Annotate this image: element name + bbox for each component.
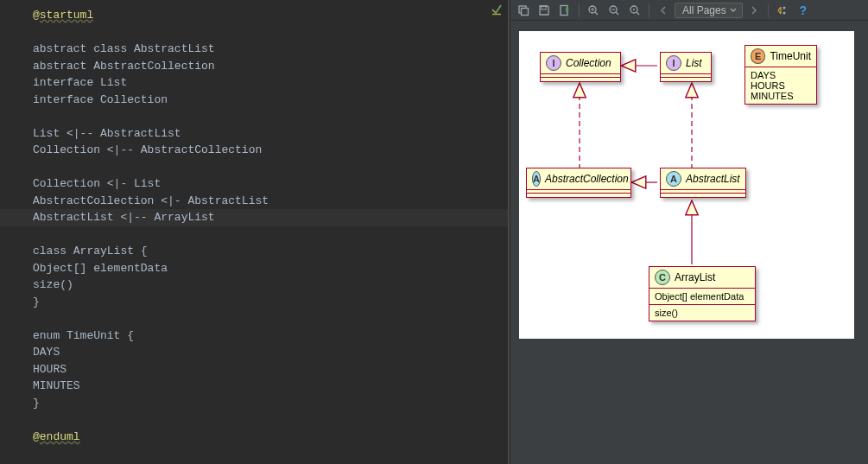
code-line: Collection <|-- AbstractCollection (33, 142, 482, 159)
code-line (33, 108, 482, 125)
prev-page-icon[interactable] (654, 1, 673, 20)
svg-point-16 (782, 11, 785, 14)
interface-stereotype-icon: I (546, 55, 561, 71)
code-line: @enduml (33, 429, 482, 446)
code-line: } (33, 294, 482, 311)
code-editor[interactable]: @startuml abstract class AbstractList ab… (0, 0, 508, 464)
preview-toolbar: All Pages ? (510, 0, 868, 21)
code-line: } (33, 395, 482, 412)
svg-line-6 (595, 12, 598, 15)
code-line: enum TimeUnit { (33, 327, 482, 345)
code-line: interface Collection (33, 92, 482, 109)
svg-point-15 (782, 6, 785, 9)
chevron-down-icon (730, 8, 737, 13)
copy-icon[interactable] (514, 1, 533, 20)
interface-stereotype-icon: I (666, 55, 681, 71)
svg-line-10 (616, 12, 618, 15)
code-line: Collection <|- List (33, 175, 482, 193)
page-selector[interactable]: All Pages (675, 3, 743, 18)
settings-icon[interactable] (773, 1, 792, 20)
code-line: class ArrayList { (33, 243, 482, 260)
enum-stereotype-icon: E (751, 48, 765, 64)
uml-enum-timeunit: ETimeUnit DAYS HOURS MINUTES (744, 45, 817, 105)
code-line (33, 411, 482, 429)
code-line: interface List (33, 74, 482, 92)
code-line: AbstractList <|-- ArrayList (33, 209, 482, 226)
zoom-reset-icon[interactable] (625, 1, 644, 20)
uml-class-collection: ICollection (540, 52, 621, 82)
code-line: abstract AbstractCollection (33, 58, 482, 75)
code-line (33, 310, 482, 327)
zoom-out-icon[interactable] (605, 1, 624, 20)
class-stereotype-icon: C (655, 270, 670, 285)
export-icon[interactable] (555, 1, 574, 20)
svg-rect-2 (522, 8, 529, 15)
next-page-icon[interactable] (744, 1, 763, 20)
page-label: All Pages (682, 4, 726, 16)
code-line: @startuml (33, 7, 482, 24)
svg-line-13 (637, 12, 639, 15)
code-line: size() (33, 276, 482, 294)
code-line: DAYS (33, 344, 482, 361)
diagram-viewport[interactable]: ICollection IList ETimeUnit DAYS HOURS M… (510, 21, 868, 464)
uml-class-arraylist: CArrayList Object[] elementData size() (649, 266, 756, 321)
abstract-stereotype-icon: A (666, 171, 681, 187)
code-line: Object[] elementData (33, 260, 482, 277)
code-line: HOURS (33, 361, 482, 378)
save-icon[interactable] (535, 1, 554, 20)
help-icon[interactable]: ? (794, 1, 813, 20)
preview-pane: All Pages ? (510, 0, 868, 464)
uml-class-list: IList (660, 52, 712, 82)
code-line (33, 159, 482, 176)
code-line: List <|-- AbstractList (33, 125, 482, 143)
uml-class-abstractcollection: AAbstractCollection (526, 168, 631, 198)
code-line: abstract class AbstractList (33, 41, 482, 58)
code-line: AbstractCollection <|- AbstractList (33, 193, 482, 210)
diagram-canvas: ICollection IList ETimeUnit DAYS HOURS M… (519, 31, 854, 339)
uml-class-abstractlist: AAbstractList (660, 168, 746, 198)
code-line (33, 24, 482, 41)
code-line: MINUTES (33, 378, 482, 395)
zoom-in-icon[interactable] (584, 1, 603, 20)
code-line (33, 226, 482, 244)
svg-point-14 (633, 9, 635, 10)
validation-icon (491, 3, 503, 16)
abstract-stereotype-icon: A (532, 171, 541, 187)
